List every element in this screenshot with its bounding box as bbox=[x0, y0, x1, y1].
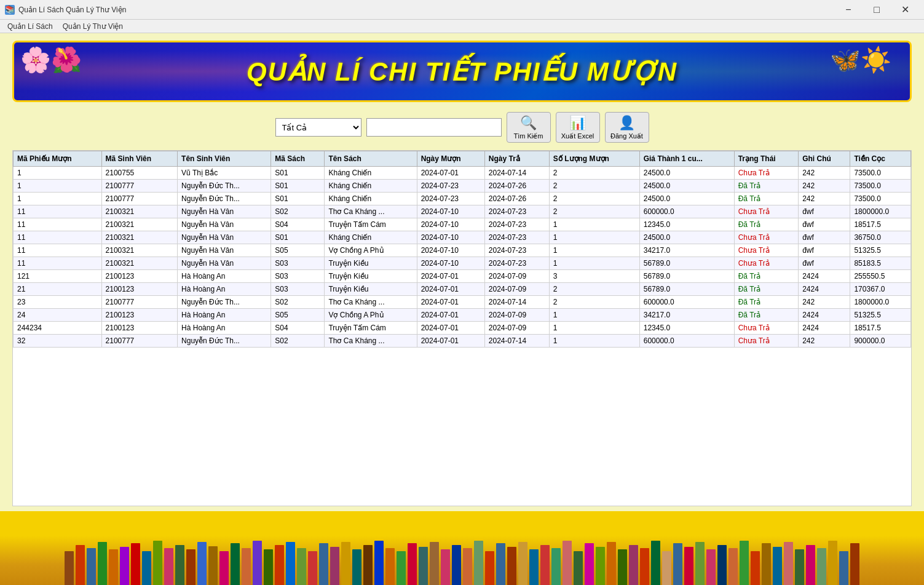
table-body: 12100755Vũ Thị BắcS01Kháng Chiến2024-07-… bbox=[14, 167, 911, 348]
table-cell: 24500.0 bbox=[639, 231, 734, 244]
export-excel-button[interactable]: 📊 Xuất Excel bbox=[556, 112, 600, 143]
table-cell: 2 bbox=[549, 205, 639, 218]
table-cell: 56789.0 bbox=[639, 257, 734, 270]
book-decoration bbox=[607, 542, 616, 585]
table-cell: 2100321 bbox=[101, 205, 178, 218]
table-cell: 56789.0 bbox=[639, 283, 734, 296]
book-decoration bbox=[596, 547, 605, 585]
menu-quan-li-sach[interactable]: Quản Lí Sách bbox=[2, 21, 58, 32]
table-cell: 24500.0 bbox=[639, 180, 734, 193]
table-cell: 2424 bbox=[799, 322, 850, 335]
table-cell: đwf bbox=[799, 218, 850, 231]
book-decoration bbox=[795, 549, 804, 585]
table-row[interactable]: 232100777Nguyễn Đức Th...S02Thơ Ca Kháng… bbox=[14, 296, 911, 309]
table-cell: 2024-07-01 bbox=[417, 322, 484, 335]
table-cell: 2024-07-01 bbox=[417, 309, 484, 322]
table-cell: 2 bbox=[549, 167, 639, 180]
search-input[interactable] bbox=[366, 118, 502, 137]
title-bar: 📚 Quản Lí Sách Quản Lý Thư Viện − □ ✕ bbox=[0, 0, 924, 20]
banner-deco-left: 🌸🌺 bbox=[20, 46, 82, 74]
table-cell: 56789.0 bbox=[639, 270, 734, 283]
book-decoration bbox=[264, 549, 273, 585]
table-cell: Chưa Trả bbox=[734, 205, 799, 218]
table-cell: 2024-07-09 bbox=[484, 309, 549, 322]
bottom-books bbox=[0, 511, 924, 585]
table-cell: Nguyễn Hà Vân bbox=[178, 257, 271, 270]
logout-button[interactable]: 👤 Đăng Xuất bbox=[605, 112, 649, 143]
table-cell: Kháng Chiến bbox=[325, 167, 417, 180]
table-row[interactable]: 1212100123Hà Hoàng AnS03Truyện Kiều2024-… bbox=[14, 270, 911, 283]
table-cell: 36750.0 bbox=[850, 231, 911, 244]
table-cell: 2100321 bbox=[101, 218, 178, 231]
table-cell: 24500.0 bbox=[639, 167, 734, 180]
table-row[interactable]: 12100777Nguyễn Đức Th...S01Kháng Chiến20… bbox=[14, 180, 911, 193]
table-cell: 2024-07-23 bbox=[417, 193, 484, 205]
table-row[interactable]: 112100321Nguyễn Hà VânS03Truyện Kiều2024… bbox=[14, 257, 911, 270]
table-cell: 170367.0 bbox=[850, 283, 911, 296]
book-decoration bbox=[551, 548, 561, 585]
table-cell: 600000.0 bbox=[639, 205, 734, 218]
table-cell: 2 bbox=[549, 193, 639, 205]
filter-select[interactable]: Tất Cả Mã Phiếu Mượn Mã Sinh Viên Tên Si… bbox=[275, 118, 361, 137]
book-decoration bbox=[706, 549, 716, 585]
book-decoration bbox=[419, 547, 428, 585]
table-cell: 85183.5 bbox=[850, 257, 911, 270]
table-row[interactable]: 12100777Nguyễn Đức Th...S01Kháng Chiến20… bbox=[14, 193, 911, 205]
table-cell: 2024-07-14 bbox=[484, 167, 549, 180]
close-button[interactable]: ✕ bbox=[891, 0, 919, 20]
window-controls: − □ ✕ bbox=[834, 0, 919, 20]
table-cell: 1 bbox=[14, 193, 102, 205]
table-cell: S05 bbox=[271, 309, 325, 322]
table-cell: 18517.5 bbox=[850, 322, 911, 335]
book-decoration bbox=[385, 548, 395, 585]
table-cell: 2024-07-26 bbox=[484, 193, 549, 205]
table-row[interactable]: 322100777Nguyễn Đức Th...S02Thơ Ca Kháng… bbox=[14, 335, 911, 348]
book-decoration bbox=[651, 541, 660, 585]
table-cell: Đã Trả bbox=[734, 283, 799, 296]
table-row[interactable]: 112100321Nguyễn Hà VânS02Thơ Ca Kháng ..… bbox=[14, 205, 911, 218]
maximize-button[interactable]: □ bbox=[863, 0, 891, 20]
book-decoration bbox=[485, 551, 494, 585]
book-decoration bbox=[828, 541, 837, 585]
book-decoration bbox=[164, 548, 173, 585]
table-cell: 34217.0 bbox=[639, 309, 734, 322]
table-row[interactable]: 212100123Hà Hoàng AnS03Truyện Kiều2024-0… bbox=[14, 283, 911, 296]
table-cell: S04 bbox=[271, 322, 325, 335]
table-cell: 1 bbox=[549, 309, 639, 322]
menu-quan-ly-thu-vien[interactable]: Quản Lý Thư Viện bbox=[58, 21, 128, 32]
table-container: Mã Phiếu MượnMã Sinh ViênTên Sinh ViênMã… bbox=[12, 150, 912, 506]
table-cell: 2024-07-14 bbox=[484, 296, 549, 309]
table-cell: 244234 bbox=[14, 322, 102, 335]
table-cell: Thơ Ca Kháng ... bbox=[325, 335, 417, 348]
book-decoration bbox=[441, 549, 450, 585]
table-row[interactable]: 112100321Nguyễn Hà VânS04Truyện Tấm Cám2… bbox=[14, 218, 911, 231]
table-row[interactable]: 112100321Nguyễn Hà VânS05Vợ Chồng A Phủ2… bbox=[14, 244, 911, 257]
book-decoration bbox=[507, 547, 516, 585]
table-row[interactable]: 242100123Hà Hoàng AnS05Vợ Chồng A Phủ202… bbox=[14, 309, 911, 322]
table-cell: Kháng Chiến bbox=[325, 180, 417, 193]
minimize-button[interactable]: − bbox=[834, 0, 863, 20]
book-decoration bbox=[662, 551, 671, 585]
book-decoration bbox=[231, 543, 240, 585]
book-decoration bbox=[120, 547, 129, 585]
book-decoration bbox=[175, 545, 184, 585]
table-cell: Đã Trả bbox=[734, 270, 799, 283]
table-row[interactable]: 2442342100123Hà Hoàng AnS04Truyện Tấm Cá… bbox=[14, 322, 911, 335]
table-cell: Chưa Trả bbox=[734, 244, 799, 257]
book-decoration bbox=[640, 548, 649, 585]
table-cell: 2024-07-23 bbox=[484, 205, 549, 218]
book-decoration bbox=[618, 549, 627, 585]
table-cell: Nguyễn Hà Vân bbox=[178, 231, 271, 244]
table-row[interactable]: 12100755Vũ Thị BắcS01Kháng Chiến2024-07-… bbox=[14, 167, 911, 180]
table-header: Mã Sách bbox=[271, 151, 325, 167]
table-cell: 2100123 bbox=[101, 322, 178, 335]
table-cell: 2024-07-23 bbox=[484, 257, 549, 270]
table-cell: S03 bbox=[271, 257, 325, 270]
table-cell: Hà Hoàng An bbox=[178, 283, 271, 296]
book-decoration bbox=[142, 551, 151, 585]
book-decoration bbox=[253, 541, 262, 585]
table-cell: Truyện Kiều bbox=[325, 257, 417, 270]
table-cell: 2424 bbox=[799, 309, 850, 322]
table-row[interactable]: 112100321Nguyễn Hà VânS01Kháng Chiến2024… bbox=[14, 231, 911, 244]
search-button[interactable]: 🔍 Tìm Kiếm bbox=[507, 112, 551, 143]
